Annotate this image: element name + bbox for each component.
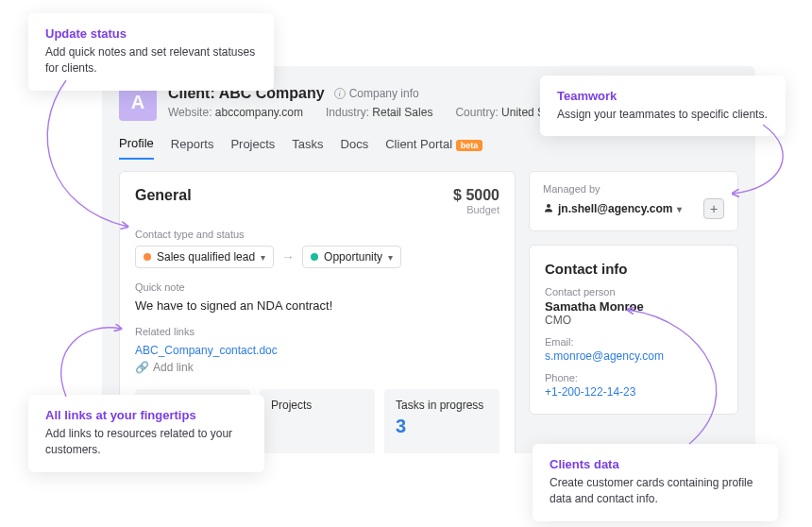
meta-website: Website: abccompany.com [168,106,303,119]
tab-client-portal-label: Client Portal [385,137,452,151]
arrow-right-icon: → [281,249,295,264]
managed-by-label: Managed by [543,183,724,195]
stat-tasks-label: Tasks in progress [396,399,488,412]
add-manager-button[interactable]: + [703,198,724,219]
quick-note-text: We have to signed an NDA contract! [135,298,499,313]
tab-tasks[interactable]: Tasks [292,137,323,159]
chevron-down-icon: ▾ [677,204,682,214]
status-from-text: Sales qualified lead [157,250,255,264]
callout-update-status: Update status Add quick notes and set re… [28,13,274,91]
person-icon [543,202,554,216]
general-heading: General [135,187,192,204]
dot-icon [311,253,318,261]
managed-by-user: jn.shell@agency.com [558,202,673,215]
related-links-label: Related links [135,326,499,337]
callout-title: Teamwork [557,89,769,103]
contact-person-label: Contact person [545,286,722,298]
contact-name: Samatha Monroe [545,299,722,314]
quick-note-label: Quick note [135,281,499,293]
info-icon: i [334,88,346,99]
contact-phone-label: Phone: [545,372,722,383]
related-link[interactable]: ABC_Company_contact.doc [135,344,278,357]
callout-title: Clients data [550,457,761,471]
callout-clients-data: Clients data Create customer cards conta… [533,444,778,521]
callout-body: Create customer cards containing profile… [550,475,761,508]
tab-client-portal[interactable]: Client Portal beta [385,137,482,159]
contact-email[interactable]: s.monroe@agency.com [545,349,722,363]
callout-body: Add links to resources related to your c… [45,426,247,459]
add-link-button[interactable]: 🔗 Add link [135,361,499,374]
contact-heading: Contact info [545,261,722,277]
add-link-label: Add link [153,361,194,374]
link-icon: 🔗 [135,361,149,374]
company-info-link[interactable]: i Company info [334,87,419,100]
status-to-text: Opportunity [324,250,382,264]
chevron-down-icon: ▾ [388,252,393,263]
tab-profile[interactable]: Profile [119,136,154,160]
status-from-select[interactable]: Sales qualified lead ▾ [135,246,274,268]
stat-projects[interactable]: Projects [260,389,375,453]
contact-role: CMO [545,314,722,327]
callout-teamwork: Teamwork Assign your teammates to specif… [540,76,786,136]
callout-links: All links at your fingertips Add links t… [28,395,264,472]
tabs: Profile Reports Projects Tasks Docs Clie… [119,136,738,160]
contact-email-label: Email: [545,336,722,348]
chevron-down-icon: ▾ [261,252,265,263]
budget: $ 5000 Budget [453,187,499,215]
status-label: Contact type and status [135,229,499,240]
callout-title: All links at your fingertips [45,408,247,422]
meta-industry: Industry: Retail Sales [326,106,432,119]
budget-label: Budget [453,204,499,215]
company-info-label: Company info [349,87,419,100]
tab-projects[interactable]: Projects [230,137,275,159]
contact-phone[interactable]: +1-200-122-14-23 [545,385,722,399]
stat-tasks-count: 3 [396,416,488,437]
managed-by-select[interactable]: jn.shell@agency.com ▾ [543,202,682,216]
callout-body: Assign your teammates to specific client… [557,107,769,123]
stat-projects-label: Projects [271,399,364,412]
status-to-select[interactable]: Opportunity ▾ [302,246,401,268]
budget-amount: $ 5000 [453,187,499,204]
svg-point-0 [547,204,550,208]
contact-info-card: Contact info Contact person Samatha Monr… [529,245,738,415]
managed-by-card: Managed by jn.shell@agency.com ▾ + [529,171,738,231]
callout-title: Update status [45,26,257,41]
stat-tasks[interactable]: Tasks in progress 3 [384,389,499,453]
beta-badge: beta [456,140,483,151]
dot-icon [144,253,151,261]
tab-reports[interactable]: Reports [171,137,214,159]
callout-body: Add quick notes and set relevant statuse… [45,44,257,77]
tab-docs[interactable]: Docs [341,137,369,159]
